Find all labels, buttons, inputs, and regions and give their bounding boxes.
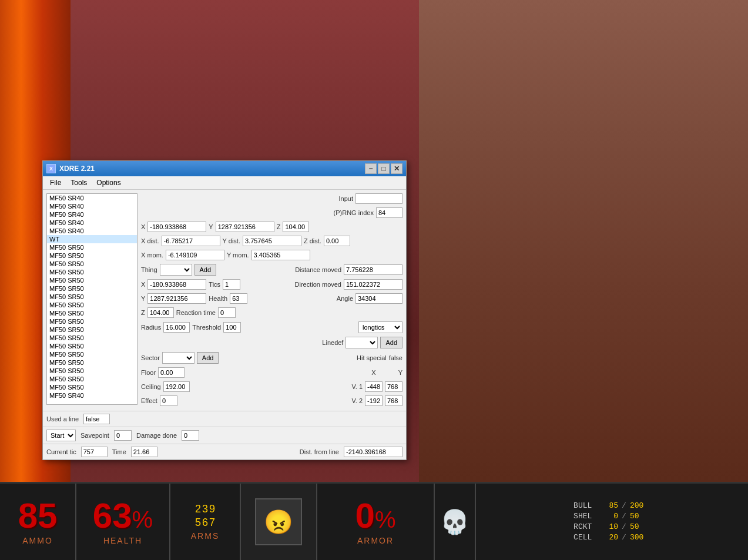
y-dist-field[interactable] — [243, 236, 301, 246]
list-item[interactable]: MF50 SR50 — [47, 293, 137, 301]
list-item[interactable]: MF50 SR50 — [47, 342, 137, 350]
weapon-name-2: RCKT — [573, 522, 597, 532]
v1-y-field[interactable] — [385, 381, 402, 392]
list-item[interactable]: MF50 SR40 — [47, 194, 137, 202]
weapon-max-1: 50 — [630, 511, 650, 522]
hud-armor-label: ARMOR — [357, 536, 394, 545]
reaction-time-field[interactable] — [218, 307, 236, 318]
effect-label: Effect — [141, 397, 157, 404]
hit-x-label: X — [371, 369, 375, 376]
sequence-list[interactable]: MF50 SR40 MF50 SR40 MF50 SR40 MF50 SR40 … — [46, 193, 137, 405]
menu-file[interactable]: File — [45, 177, 66, 188]
time-field[interactable] — [131, 447, 157, 457]
v2-y-field[interactable] — [385, 395, 402, 406]
x-label: X — [141, 223, 145, 230]
input-field[interactable] — [355, 193, 402, 204]
floor-field[interactable] — [158, 367, 185, 378]
arm-2: 2 — [195, 503, 201, 515]
list-item[interactable]: MF50 SR50 — [47, 350, 137, 358]
v2-x-field[interactable] — [365, 395, 383, 406]
list-item[interactable]: MF50 SR50 — [47, 268, 137, 276]
reaction-time-label: Reaction time — [176, 309, 216, 316]
thing-y-field[interactable] — [147, 293, 206, 304]
x-dist-field[interactable] — [162, 236, 220, 246]
thing-y-row: Y Health Angle — [141, 293, 402, 304]
y-mom-field[interactable] — [251, 250, 310, 260]
direction-moved-field[interactable] — [344, 279, 402, 290]
damage-done-label: Damage done — [136, 432, 177, 439]
list-item[interactable]: MF50 SR50 — [47, 317, 137, 326]
linedef-add-button[interactable]: Add — [380, 337, 402, 348]
thing-x-field[interactable] — [147, 279, 206, 290]
z-dist-field[interactable] — [324, 236, 350, 246]
player-face: 😠 — [255, 498, 302, 545]
list-item[interactable]: MF50 SR50 — [47, 358, 137, 367]
list-item[interactable]: MF50 SR40 — [47, 219, 137, 227]
damage-done-field[interactable] — [182, 430, 199, 441]
sector-select[interactable] — [162, 352, 194, 364]
menu-options[interactable]: Options — [92, 177, 125, 188]
savepoint-label: Savepoint — [80, 432, 109, 439]
list-item[interactable]: MF50 SR50 — [47, 243, 137, 252]
z-field[interactable] — [283, 222, 309, 232]
thing-select[interactable] — [160, 264, 192, 276]
menu-tools[interactable]: Tools — [66, 177, 92, 188]
tics-field[interactable] — [223, 279, 240, 290]
hud-health-label: HEALTH — [103, 536, 142, 545]
list-item[interactable]: MF50 SR50 — [47, 309, 137, 317]
prng-field[interactable] — [376, 207, 402, 218]
close-button[interactable]: ✕ — [391, 163, 402, 174]
list-item[interactable]: MF50 SR50 — [47, 375, 137, 383]
minimize-button[interactable]: − — [365, 163, 377, 174]
effect-field[interactable] — [160, 395, 177, 406]
right-panel: Input (P)RNG index X Y Z X dist. — [141, 193, 402, 407]
x-mom-field[interactable] — [166, 250, 224, 260]
x-field[interactable] — [147, 222, 206, 232]
dist-from-line-field[interactable] — [344, 447, 402, 457]
list-item[interactable]: MF50 SR40 — [47, 210, 137, 219]
list-item[interactable]: MF50 SR50 — [47, 326, 137, 334]
list-item[interactable]: MF50 SR50 — [47, 276, 137, 284]
list-item[interactable]: MF50 SR40 — [47, 202, 137, 210]
list-item[interactable]: MF50 SR50 — [47, 301, 137, 309]
radius-field[interactable] — [163, 322, 190, 333]
savepoint-field[interactable] — [114, 430, 132, 441]
x-mom-label: X mom. — [141, 252, 163, 259]
list-item-wt[interactable]: WT — [47, 235, 137, 243]
sector-add-button[interactable]: Add — [197, 352, 219, 364]
weapon-row-0: BULL 85 / 200 — [573, 501, 650, 511]
maximize-button[interactable]: □ — [378, 163, 390, 174]
thing-add-button[interactable]: Add — [194, 264, 217, 276]
hud-health-value: 63 — [93, 498, 132, 534]
longtics-select[interactable]: longtics — [358, 321, 402, 333]
list-item[interactable]: MF50 SR40 — [47, 227, 137, 235]
health-field[interactable] — [230, 293, 247, 304]
prng-row: (P)RNG index — [141, 207, 402, 218]
distance-moved-field[interactable] — [344, 264, 402, 275]
z-dist-label: Z dist. — [304, 237, 321, 244]
title-bar: X XDRE 2.21 − □ ✕ — [43, 161, 406, 176]
current-tic-field[interactable] — [81, 447, 108, 457]
used-a-line-field[interactable] — [83, 414, 110, 424]
start-select[interactable]: Start — [46, 430, 76, 441]
hit-y-label: Y — [398, 369, 402, 376]
list-item[interactable]: MF50 SR50 — [47, 252, 137, 260]
v1-x-field[interactable] — [365, 381, 383, 392]
y-dist-label: Y dist. — [223, 237, 240, 244]
list-item[interactable]: MF50 SR40 — [47, 391, 137, 400]
list-item[interactable]: MF50 SR50 — [47, 334, 137, 342]
list-item[interactable]: MF50 SR50 — [47, 367, 137, 375]
angle-field[interactable] — [355, 293, 402, 304]
thing-z-field[interactable] — [147, 307, 174, 318]
ceiling-field[interactable] — [163, 381, 190, 392]
hud-health-section: 63 % HEALTH — [76, 484, 170, 560]
y-field[interactable] — [216, 222, 274, 232]
threshold-field[interactable] — [223, 322, 241, 333]
weapon-max-0: 200 — [630, 501, 650, 511]
linedef-select[interactable] — [346, 337, 378, 348]
hit-special-value: false — [389, 354, 402, 361]
window-title: XDRE 2.21 — [59, 165, 95, 173]
list-item[interactable]: MF50 SR50 — [47, 260, 137, 268]
list-item[interactable]: MF50 SR50 — [47, 383, 137, 391]
list-item[interactable]: MF50 SR50 — [47, 284, 137, 293]
